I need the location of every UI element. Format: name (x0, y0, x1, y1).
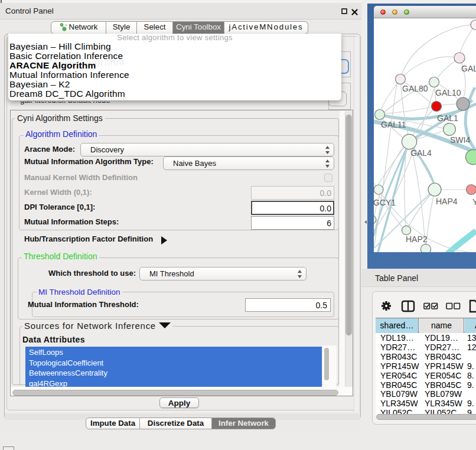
svg-text:GAL80: GAL80 (402, 84, 428, 93)
svg-text:GAL10: GAL10 (435, 88, 461, 97)
svg-text:HAP4: HAP4 (436, 197, 458, 206)
svg-text:SWI4: SWI4 (450, 135, 470, 145)
svg-text:HAP2: HAP2 (406, 234, 428, 244)
svg-text:GAL2: GAL2 (461, 64, 476, 73)
svg-text:GAL1: GAL1 (437, 113, 458, 123)
svg-text:GCY1: GCY1 (374, 198, 396, 207)
svg-text:GAL11: GAL11 (381, 120, 406, 129)
svg-text:Y: Y (472, 197, 476, 207)
svg-text:GAL4: GAL4 (410, 148, 432, 158)
